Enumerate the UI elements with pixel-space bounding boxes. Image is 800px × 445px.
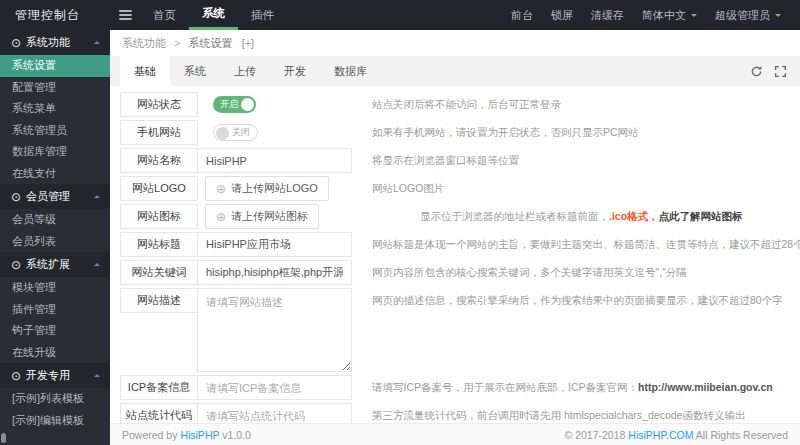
user-label: 超级管理员 (715, 0, 770, 30)
field-hint: 网站LOGO图片 (372, 176, 444, 201)
hisiphp-link[interactable]: HisiPHP (180, 429, 219, 441)
plus-circle-icon: ⊕ (216, 183, 226, 195)
field-hint: 网站标题是体现一个网站的主旨，要做到主题突出、标题简洁、连贯等特点，建议不超过2… (372, 232, 800, 257)
tab-dev[interactable]: 开发 (270, 56, 320, 86)
language-label: 简体中文 (642, 0, 686, 30)
user-menu[interactable]: 超级管理员 (706, 0, 790, 30)
footer-version: v1.0.0 (219, 429, 251, 441)
sidebar-group-members[interactable]: ⊙ 会员管理 (0, 184, 110, 209)
icp-input[interactable] (197, 375, 352, 400)
topbar: 管理控制台 首页 系统 插件 前台 锁屏 清缓存 简体中文 超级管理员 (0, 0, 800, 30)
breadcrumb-current: 系统设置 (189, 37, 233, 49)
favicon-help-link[interactable]: 点此了解网站图标 (659, 210, 743, 222)
mobile-site-toggle[interactable]: 关闭 (213, 124, 258, 141)
chevron-down-icon (691, 14, 697, 20)
sidebar-group-dev[interactable]: ⊙ 开发专用 (0, 363, 110, 388)
frontend-link[interactable]: 前台 (502, 0, 542, 30)
circle-dot-icon: ⊙ (11, 191, 21, 203)
field-hint: 网页内容所包含的核心搜索关键词，多个关键字请用英文逗号","分隔 (372, 260, 687, 285)
toggle-knob (241, 98, 254, 111)
chevron-up-icon (94, 192, 100, 198)
sidebar-group-title: 系统扩展 (26, 257, 70, 272)
form-row-mobile-site: 手机网站 关闭 如果有手机网站，请设置为开启状态，否则只显示PC网站 (120, 120, 800, 145)
site-name-input[interactable] (197, 148, 352, 173)
fullscreen-icon[interactable] (774, 65, 787, 78)
form-row-icp: ICP备案信息 请填写ICP备案号，用于展示在网站底部，ICP备案官网：http… (120, 375, 800, 400)
sidebar-item-demo-edit-template[interactable]: [示例]编辑模板 (0, 410, 110, 432)
field-label: 站点统计代码 (120, 403, 198, 423)
sidebar-item-hooks[interactable]: 钩子管理 (0, 320, 110, 342)
field-hint: 如果有手机网站，请设置为开启状态，否则只显示PC网站 (372, 120, 639, 145)
sidebar-item-member-list[interactable]: 会员列表 (0, 231, 110, 253)
sidebar-item-database[interactable]: 数据库管理 (0, 141, 110, 163)
site-status-toggle[interactable]: 开启 (213, 96, 256, 113)
sidebar-item-demo-list-template[interactable]: [示例]列表模板 (0, 388, 110, 410)
sidebar-item-upgrade[interactable]: 在线升级 (0, 342, 110, 364)
topnav-home[interactable]: 首页 (140, 0, 189, 30)
sidebar-group-title: 会员管理 (26, 189, 70, 204)
form-row-site-description: 网站描述 网页的描述信息，搜索引擎采纳后，作为搜索结果中的页面摘要显示，建议不超… (120, 288, 800, 372)
sidebar-scrollbar[interactable] (1, 433, 6, 443)
breadcrumb-parent[interactable]: 系统功能 (122, 37, 166, 49)
settings-form: 网站状态 开启 站点关闭后将不能访问，后台可正常登录 手机网站 关闭 如果有手机… (110, 86, 800, 423)
sidebar-item-system-settings[interactable]: 系统设置 (0, 55, 110, 77)
field-label: 网站状态 (120, 92, 198, 117)
sidebar-group-extensions[interactable]: ⊙ 系统扩展 (0, 252, 110, 277)
sidebar-item-plugins[interactable]: 插件管理 (0, 299, 110, 321)
footer: Powered by HisiPHP v1.0.0 © 2017-2018 Hi… (110, 423, 800, 445)
breadcrumb-add-tab[interactable]: [+] (242, 37, 255, 49)
lock-screen-link[interactable]: 锁屏 (542, 0, 582, 30)
circle-dot-icon: ⊙ (11, 259, 21, 271)
icp-official-link[interactable]: http://www.miibeian.gov.cn (638, 381, 773, 393)
upload-favicon-button[interactable]: ⊕ 请上传网站图标 (205, 204, 319, 229)
language-menu[interactable]: 简体中文 (633, 0, 706, 30)
field-hint: 将显示在浏览器窗口标题等位置 (372, 148, 519, 173)
topnav-system[interactable]: 系统 (189, 0, 238, 30)
hint-text: 请填写ICP备案号，用于展示在网站底部，ICP备案官网： (372, 381, 638, 393)
sidebar-item-system-menu[interactable]: 系统菜单 (0, 98, 110, 120)
topnav-plugins[interactable]: 插件 (238, 0, 287, 30)
sidebar-group-system[interactable]: ⊙ 系统功能 (0, 30, 110, 55)
menu-icon[interactable] (110, 0, 140, 30)
chevron-up-icon (94, 38, 100, 44)
clear-cache-link[interactable]: 清缓存 (582, 0, 633, 30)
upload-button-label: 请上传网站LOGO (231, 181, 318, 196)
footer-copyright: © 2017-2018 HisiPHP.COM All Rights Reser… (565, 429, 789, 441)
tab-basic[interactable]: 基础 (120, 56, 170, 86)
field-hint: 显示位于浏览器的地址栏或者标题前面，.ico格式，点此了解网站图标 (420, 204, 743, 229)
chevron-down-icon (775, 14, 781, 20)
sidebar-item-modules[interactable]: 模块管理 (0, 277, 110, 299)
toggle-knob (216, 127, 229, 140)
sidebar-group-title: 系统功能 (26, 35, 70, 50)
refresh-icon[interactable] (750, 65, 763, 78)
form-row-stats-code: 站点统计代码 第三方流量统计代码，前台调用时请先用 htmlspecialcha… (120, 403, 800, 423)
form-row-site-favicon: 网站图标 ⊕ 请上传网站图标 显示位于浏览器的地址栏或者标题前面，.ico格式，… (120, 204, 800, 229)
sidebar-item-config[interactable]: 配置管理 (0, 77, 110, 99)
form-row-site-logo: 网站LOGO ⊕ 请上传网站LOGO 网站LOGO图片 (120, 176, 800, 201)
chevron-up-icon (94, 260, 100, 266)
tab-system[interactable]: 系统 (170, 56, 220, 86)
hisiphp-com-link[interactable]: HisiPHP.COM (628, 429, 693, 441)
site-title-input[interactable] (197, 232, 352, 257)
footer-powered: Powered by HisiPHP v1.0.0 (122, 429, 251, 441)
top-nav: 首页 系统 插件 (140, 0, 287, 30)
tab-upload[interactable]: 上传 (220, 56, 270, 86)
tab-database[interactable]: 数据库 (320, 56, 381, 86)
field-label: 网站名称 (120, 148, 198, 173)
sidebar-item-admins[interactable]: 系统管理员 (0, 120, 110, 142)
stats-code-input[interactable] (197, 403, 352, 423)
plus-circle-icon: ⊕ (216, 211, 226, 223)
upload-logo-button[interactable]: ⊕ 请上传网站LOGO (205, 176, 329, 201)
field-hint: 第三方流量统计代码，前台调用时请先用 htmlspecialchars_deco… (372, 403, 745, 423)
tab-bar: 基础 系统 上传 开发 数据库 (110, 56, 800, 86)
footer-copyright-prefix: © 2017-2018 (565, 429, 629, 441)
sidebar-group-title: 开发专用 (26, 368, 70, 383)
toggle-state-label: 关闭 (232, 126, 250, 139)
field-hint: 站点关闭后将不能访问，后台可正常登录 (372, 92, 561, 117)
footer-powered-prefix: Powered by (122, 429, 180, 441)
sidebar-item-member-levels[interactable]: 会员等级 (0, 209, 110, 231)
field-label: 网站标题 (120, 232, 198, 257)
site-description-textarea[interactable] (197, 288, 352, 372)
site-keywords-input[interactable] (197, 260, 352, 285)
sidebar-item-payment[interactable]: 在线支付 (0, 163, 110, 185)
